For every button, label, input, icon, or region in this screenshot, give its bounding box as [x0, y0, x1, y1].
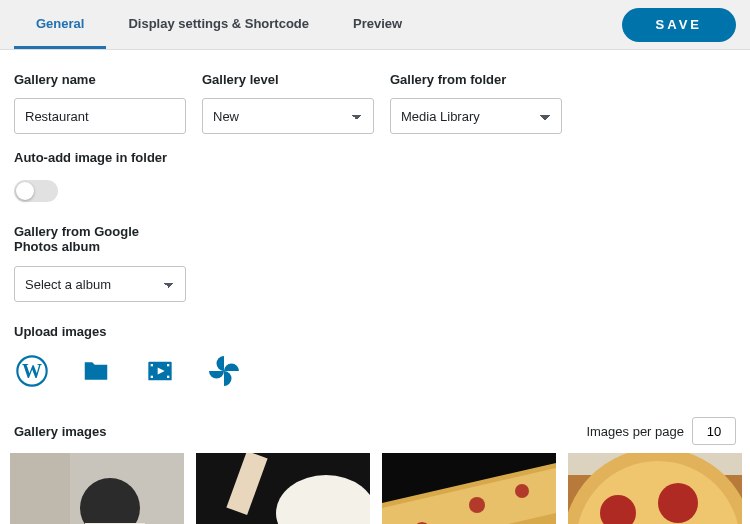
- save-button[interactable]: SAVE: [622, 8, 736, 42]
- gallery-level-label: Gallery level: [202, 72, 374, 88]
- gallery-name-input[interactable]: [14, 98, 186, 134]
- svg-rect-4: [151, 376, 153, 378]
- auto-add-label: Auto-add image in folder: [14, 150, 174, 166]
- svg-text:W: W: [22, 360, 42, 382]
- gallery-thumbnail[interactable]: [10, 453, 184, 524]
- gallery-folder-label: Gallery from folder: [390, 72, 562, 88]
- svg-point-33: [658, 483, 698, 523]
- folder-icon[interactable]: [78, 353, 114, 389]
- images-per-page-input[interactable]: [692, 417, 736, 445]
- gallery-thumbnail[interactable]: [382, 453, 556, 524]
- tab-general[interactable]: General: [14, 0, 106, 49]
- wordpress-icon[interactable]: W: [14, 353, 50, 389]
- auto-add-toggle[interactable]: [14, 180, 58, 202]
- gallery-thumbnail[interactable]: [196, 453, 370, 524]
- gallery-thumbnail[interactable]: [568, 453, 742, 524]
- tab-display-shortcode[interactable]: Display settings & Shortcode: [106, 0, 331, 49]
- svg-rect-5: [167, 364, 169, 366]
- tab-bar: General Display settings & Shortcode Pre…: [0, 0, 750, 50]
- google-photos-select[interactable]: Select a album: [14, 266, 186, 302]
- gallery-grid: [10, 453, 736, 524]
- tab-preview[interactable]: Preview: [331, 0, 424, 49]
- gallery-folder-select[interactable]: Media Library: [390, 98, 562, 134]
- google-photos-pinwheel-icon[interactable]: [206, 353, 242, 389]
- upload-images-label: Upload images: [14, 324, 736, 339]
- gallery-name-label: Gallery name: [14, 72, 186, 88]
- gallery-images-label: Gallery images: [14, 424, 107, 439]
- google-photos-label: Gallery from Google Photos album: [14, 224, 186, 256]
- images-per-page-label: Images per page: [586, 424, 684, 439]
- svg-point-27: [515, 484, 529, 498]
- svg-rect-3: [151, 364, 153, 366]
- video-icon[interactable]: [142, 353, 178, 389]
- svg-rect-9: [10, 453, 70, 524]
- gallery-level-select[interactable]: New: [202, 98, 374, 134]
- svg-rect-6: [167, 376, 169, 378]
- svg-point-26: [469, 497, 485, 513]
